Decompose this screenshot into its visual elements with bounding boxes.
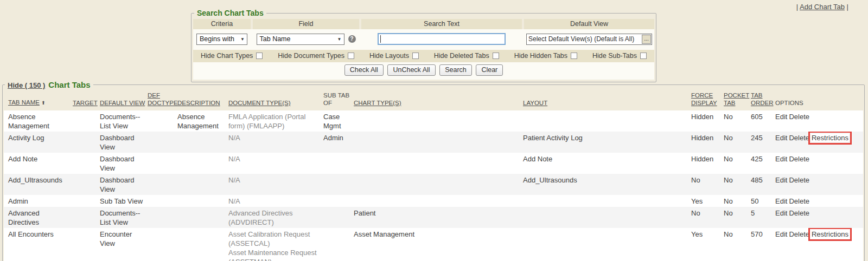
edit-link[interactable]: Edit xyxy=(775,230,787,238)
col-header-force-display[interactable]: FORCEDISPLAY xyxy=(690,90,723,110)
ellipsis-button[interactable]: ... xyxy=(642,35,651,44)
hide-layouts-label: Hide Layouts xyxy=(369,52,409,60)
cell-target xyxy=(72,228,99,261)
cell-description xyxy=(176,207,227,228)
text-cursor xyxy=(380,35,381,43)
col-header-pocket-tab[interactable]: POCKETTAB xyxy=(723,90,750,110)
edit-link[interactable]: Edit xyxy=(775,113,787,121)
table-header-row: TAB NAME⬆ TARGET DEFAULT VIEW DEFDOCTYPE… xyxy=(4,90,863,110)
col-header-chart-types[interactable]: CHART TYPE(S) xyxy=(353,90,522,110)
separator: | xyxy=(847,3,848,11)
cell-chart-types xyxy=(353,110,522,132)
cell-force-display: Hidden xyxy=(690,132,723,153)
hide-hidden-tabs-checkbox[interactable] xyxy=(571,53,577,59)
edit-link[interactable]: Edit xyxy=(775,209,787,217)
cell-default-view: Dashboard View xyxy=(99,132,146,153)
cell-target xyxy=(72,174,99,195)
cell-layout xyxy=(522,195,690,207)
restrictions-link-highlighted[interactable]: Restrictions xyxy=(811,134,849,142)
cell-layout xyxy=(522,207,690,228)
help-icon[interactable]: ? xyxy=(348,35,356,43)
col-header-document-types[interactable]: DOCUMENT TYPE(S) xyxy=(227,90,322,110)
criteria-column-header: Criteria xyxy=(193,19,251,29)
cell-options: EditDelete xyxy=(774,174,863,195)
cell-tab-order: 425 xyxy=(750,153,774,174)
cell-tab-name: Advanced Directives xyxy=(4,207,72,228)
cell-description xyxy=(176,195,227,207)
edit-link[interactable]: Edit xyxy=(775,197,787,205)
cell-default-view: Dashboard View xyxy=(99,174,146,195)
cell-chart-types xyxy=(353,195,522,207)
search-buttons-row: Check All UnCheck All Search Clear xyxy=(193,62,654,80)
cell-default-view: Sub Tab View xyxy=(99,195,146,207)
restrictions-link-highlighted[interactable]: Restrictions xyxy=(811,230,849,238)
table-row: Add_Ultrasounds Dashboard View N/A Add_U… xyxy=(4,174,863,195)
delete-link[interactable]: Delete xyxy=(789,155,809,163)
cell-layout: Patient Activity Log xyxy=(522,132,690,153)
cell-pocket-tab: No xyxy=(723,195,750,207)
delete-link[interactable]: Delete xyxy=(789,113,809,121)
cell-pocket-tab: No xyxy=(723,132,750,153)
cell-tab-name: All Encounters xyxy=(4,228,72,261)
field-select[interactable]: Tab Name ▼ xyxy=(257,34,344,45)
hide-layouts-checkbox[interactable] xyxy=(412,53,419,59)
uncheck-all-button[interactable]: UnCheck All xyxy=(387,64,435,76)
cell-target xyxy=(72,207,99,228)
hide-chart-types-checkbox[interactable] xyxy=(256,53,263,59)
cell-tab-name: Add_Ultrasounds xyxy=(4,174,72,195)
col-header-default-view[interactable]: DEFAULT VIEW xyxy=(99,90,146,110)
table-row: Absence Management Documents--List View … xyxy=(4,110,863,132)
delete-link[interactable]: Delete xyxy=(789,197,809,205)
cell-target xyxy=(72,132,99,153)
default-view-picker[interactable]: Select Default View(s) (Default is All) … xyxy=(526,34,652,45)
cell-tab-name: Activity Log xyxy=(4,132,72,153)
criteria-selected-value: Begins with xyxy=(200,35,234,43)
field-selected-value: Tab Name xyxy=(260,35,291,43)
add-chart-tab-link[interactable]: Add Chart Tab xyxy=(800,3,845,11)
cell-default-view: Encounter View xyxy=(99,228,146,261)
cell-def-doctype xyxy=(146,174,176,195)
col-header-def-doctype[interactable]: DEFDOCTYPE xyxy=(146,90,176,110)
col-header-sub-tab-of: SUB TABOF xyxy=(322,90,353,110)
search-button[interactable]: Search xyxy=(439,64,472,76)
table-row: Admin Sub Tab View N/A Yes No 50 EditDel… xyxy=(4,195,863,207)
edit-link[interactable]: Edit xyxy=(775,155,787,163)
search-text-input[interactable] xyxy=(378,33,506,45)
cell-layout xyxy=(522,228,690,261)
col-header-target[interactable]: TARGET xyxy=(72,90,99,110)
edit-link[interactable]: Edit xyxy=(775,134,787,142)
cell-force-display: Hidden xyxy=(690,110,723,132)
check-all-button[interactable]: Check All xyxy=(344,64,384,76)
cell-document-types: N/A xyxy=(227,153,322,174)
cell-tab-name: Add Note xyxy=(4,153,72,174)
cell-document-types: Advanced Directives (ADVDIRECT) xyxy=(227,207,322,228)
cell-layout xyxy=(522,110,690,132)
col-header-tab-order[interactable]: TABORDER xyxy=(750,90,774,110)
edit-link[interactable]: Edit xyxy=(775,176,787,184)
delete-link[interactable]: Delete xyxy=(789,230,809,238)
cell-description xyxy=(176,153,227,174)
delete-link[interactable]: Delete xyxy=(789,209,809,217)
criteria-select[interactable]: Begins with ▼ xyxy=(196,34,247,45)
cell-sub-tab-of xyxy=(322,207,353,228)
hide-deleted-tabs-checkbox[interactable] xyxy=(493,53,499,59)
search-chart-tabs-panel: Search Chart Tabs Criteria Field Search … xyxy=(191,9,656,82)
cell-description xyxy=(176,174,227,195)
col-header-tab-name[interactable]: TAB NAME⬆ xyxy=(4,90,72,110)
cell-tab-order: 245 xyxy=(750,132,774,153)
cell-pocket-tab: No xyxy=(723,153,750,174)
chart-tabs-panel: Hide ( 150 )Chart Tabs TAB NAME⬆ TARGET … xyxy=(2,80,865,261)
hide-count-link[interactable]: Hide ( 150 ) xyxy=(8,81,45,89)
cell-document-types: FMLA Application (Portal form) (FMLAAPP) xyxy=(227,110,322,132)
col-header-options: OPTIONS xyxy=(774,90,863,110)
col-header-description[interactable]: DESCRIPTION xyxy=(176,90,227,110)
hide-document-types-checkbox[interactable] xyxy=(348,53,354,59)
delete-link[interactable]: Delete xyxy=(789,134,809,142)
delete-link[interactable]: Delete xyxy=(789,176,809,184)
clear-button[interactable]: Clear xyxy=(476,64,503,76)
hide-sub-tabs-checkbox[interactable] xyxy=(640,53,647,59)
cell-chart-types xyxy=(353,174,522,195)
cell-force-display: Yes xyxy=(690,228,723,261)
col-header-layout[interactable]: LAYOUT xyxy=(522,90,690,110)
search-header-row: Criteria Field Search Text Default View xyxy=(193,19,654,29)
